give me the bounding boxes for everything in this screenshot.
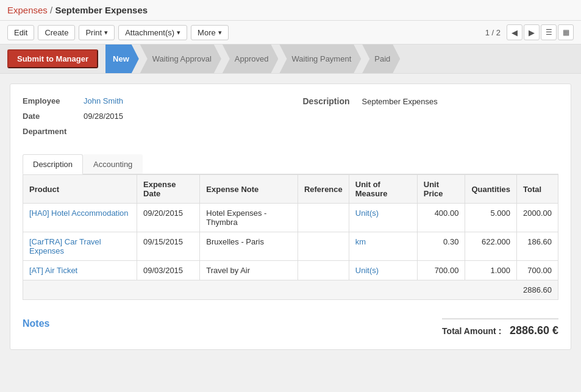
tab-description[interactable]: Description xyxy=(23,154,83,174)
field-group-left: Employee John Smith Date 09/28/2015 Depa… xyxy=(23,96,279,142)
table-cell: Bruxelles - Paris xyxy=(200,232,298,261)
status-steps: NewWaiting ApprovalApprovedWaiting Payme… xyxy=(105,45,581,73)
step-paid[interactable]: Paid xyxy=(362,45,400,73)
table-row: [AT] Air Ticket09/03/2015Travel by AirUn… xyxy=(23,261,558,280)
total-amount-value: 2886.60 € xyxy=(510,324,558,337)
employee-label: Employee xyxy=(23,96,84,105)
date-row: Date 09/28/2015 xyxy=(23,112,279,121)
date-value: 09/28/2015 xyxy=(84,112,123,121)
table-cell: 09/15/2015 xyxy=(137,232,200,261)
tabs: DescriptionAccounting xyxy=(23,154,558,174)
submit-btn-area: Submit to Manager xyxy=(0,45,105,73)
table-cell: 09/03/2015 xyxy=(137,261,200,280)
tab-accounting[interactable]: Accounting xyxy=(83,154,143,174)
col-reference: Reference xyxy=(298,175,349,204)
toolbar-right: 1 / 2 ◀ ▶ ☰ ▦ xyxy=(483,24,574,40)
col-unit-of-measure: Unit of Measure xyxy=(349,175,417,204)
table-cell: 622.000 xyxy=(465,232,517,261)
table-cell: 0.30 xyxy=(417,232,465,261)
content-area: Employee John Smith Date 09/28/2015 Depa… xyxy=(0,74,581,360)
table-cell xyxy=(298,261,349,280)
step-approved[interactable]: Approved xyxy=(223,45,279,73)
create-button[interactable]: Create xyxy=(38,25,75,40)
print-button[interactable]: Print xyxy=(79,25,115,40)
table-cell: 700.00 xyxy=(417,261,465,280)
col-unit-price: Unit Price xyxy=(417,175,465,204)
table-cell: 09/20/2015 xyxy=(137,204,200,232)
table-cell: 186.60 xyxy=(516,232,558,261)
table-cell: 2000.00 xyxy=(516,204,558,232)
step-new[interactable]: New xyxy=(105,45,139,73)
table-cell: Travel by Air xyxy=(200,261,298,280)
toolbar-left: Edit Create Print Attachment(s) More xyxy=(7,25,229,40)
subtotal-row: 2886.60 xyxy=(23,280,558,300)
toolbar: Edit Create Print Attachment(s) More 1 /… xyxy=(0,21,581,45)
table-cell: Hotel Expenses - Thymbra xyxy=(200,204,298,232)
table-cell[interactable]: Unit(s) xyxy=(349,261,417,280)
prev-button[interactable]: ◀ xyxy=(507,24,522,40)
edit-button[interactable]: Edit xyxy=(7,25,34,40)
record-card: Employee John Smith Date 09/28/2015 Depa… xyxy=(10,84,571,350)
table-cell[interactable]: [AT] Air Ticket xyxy=(23,261,137,280)
col-product: Product xyxy=(23,175,137,204)
col-expense-date: Expense Date xyxy=(137,175,200,204)
step-waiting-approval[interactable]: Waiting Approval xyxy=(140,45,221,73)
table-cell xyxy=(298,204,349,232)
more-button[interactable]: More xyxy=(191,25,229,40)
table-cell: 1.000 xyxy=(465,261,517,280)
breadcrumb-parent-link[interactable]: Expenses xyxy=(7,5,48,15)
col-total: Total xyxy=(516,175,558,204)
submit-to-manager-button[interactable]: Submit to Manager xyxy=(7,49,98,68)
table-cell xyxy=(298,232,349,261)
description-label: Description xyxy=(303,96,350,106)
next-button[interactable]: ▶ xyxy=(524,24,540,40)
date-label: Date xyxy=(23,112,84,121)
status-bar: Submit to Manager NewWaiting ApprovalApp… xyxy=(0,45,581,74)
breadcrumb-bar: Expenses / September Expenses xyxy=(0,0,581,21)
step-waiting-payment[interactable]: Waiting Payment xyxy=(279,45,361,73)
col-quantities: Quantities xyxy=(465,175,517,204)
department-label: Department xyxy=(23,127,84,136)
employee-link[interactable]: John Smith xyxy=(84,96,123,105)
table-cell: 400.00 xyxy=(417,204,465,232)
table-cell[interactable]: Unit(s) xyxy=(349,204,417,232)
expense-table: ProductExpense DateExpense NoteReference… xyxy=(23,174,558,280)
table-cell: 5.000 xyxy=(465,204,517,232)
attachments-button[interactable]: Attachment(s) xyxy=(118,25,187,40)
total-amount-label: Total Amount : xyxy=(442,326,501,336)
description-section: Description September Expenses xyxy=(303,96,559,142)
notes-label: Notes xyxy=(23,318,49,329)
bottom-section: Notes Total Amount : 2886.60 € xyxy=(23,312,558,337)
employee-value: John Smith xyxy=(84,96,123,105)
total-amount-box: Total Amount : 2886.60 € xyxy=(442,318,558,337)
col-expense-note: Expense Note xyxy=(200,175,298,204)
table-cell[interactable]: [HA0] Hotel Accommodation xyxy=(23,204,137,232)
fields-section: Employee John Smith Date 09/28/2015 Depa… xyxy=(23,96,558,142)
breadcrumb-current: September Expenses xyxy=(55,5,148,15)
breadcrumb: Expenses / September Expenses xyxy=(7,5,148,15)
page-info: 1 / 2 xyxy=(483,28,503,37)
description-value: September Expenses xyxy=(362,97,438,106)
description-row: Description September Expenses xyxy=(303,96,559,106)
department-row: Department xyxy=(23,127,279,136)
grid-view-button[interactable]: ▦ xyxy=(558,24,574,40)
list-view-button[interactable]: ☰ xyxy=(541,24,557,40)
table-cell[interactable]: km xyxy=(349,232,417,261)
nav-arrows: ◀ ▶ ☰ ▦ xyxy=(507,24,574,40)
table-row: [CarTRA] Car Travel Expenses09/15/2015Br… xyxy=(23,232,558,261)
table-cell[interactable]: [CarTRA] Car Travel Expenses xyxy=(23,232,137,261)
employee-row: Employee John Smith xyxy=(23,96,279,105)
table-cell: 700.00 xyxy=(516,261,558,280)
table-row: [HA0] Hotel Accommodation09/20/2015Hotel… xyxy=(23,204,558,232)
